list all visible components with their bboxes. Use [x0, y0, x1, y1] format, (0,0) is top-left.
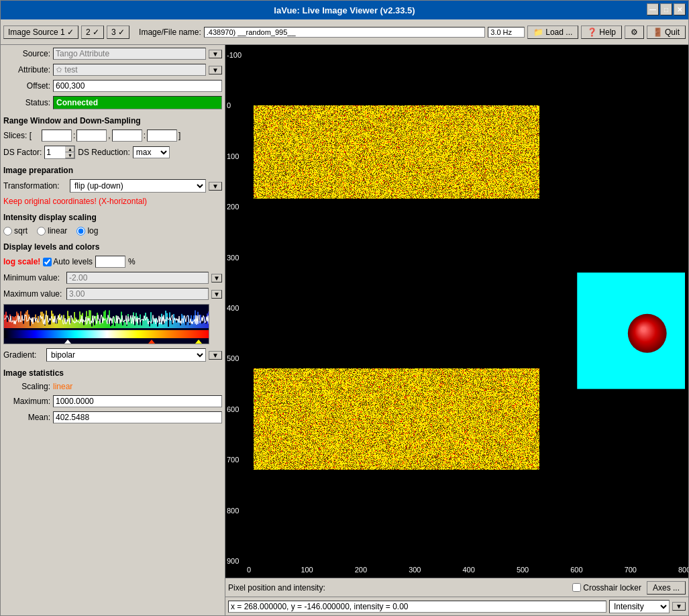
slice-input-4[interactable] [147, 130, 177, 142]
status-row: Status: Connected [3, 96, 222, 109]
crosshair-locker-label[interactable]: Crosshair locker [572, 583, 641, 593]
attribute-row: Attribute: ▼ [3, 64, 222, 76]
source-row: Source: ▼ [3, 48, 222, 60]
pixel-position-label: Pixel position and intensity: [228, 583, 325, 593]
source-input[interactable] [53, 48, 206, 60]
ds-spin-down-button[interactable]: ▼ [65, 152, 74, 158]
status-bar: Pixel position and intensity: Crosshair … [225, 578, 688, 597]
maximize-button[interactable]: □ [660, 3, 672, 15]
min-label: Minimum value: [3, 273, 64, 283]
log-radio[interactable] [76, 227, 85, 236]
titlebar: laVue: Live Image Viewer (v2.33.5) — □ ✕ [1, 1, 688, 19]
source-buttons: Image Source 1 ✓ 2 ✓ 3 ✓ [3, 25, 129, 39]
levels-row: log scale! Auto levels % [3, 256, 222, 268]
settings-button[interactable]: ⚙ [625, 25, 644, 39]
crosshair-locker-checkbox[interactable] [572, 583, 581, 592]
scaling-row: Scaling: linear [3, 382, 222, 391]
mean-input[interactable] [53, 411, 222, 423]
help-button[interactable]: ❓ Help [581, 25, 622, 39]
source-label: Source: [3, 49, 50, 58]
maximum-row: Maximum: [3, 395, 222, 407]
linear-radio[interactable] [37, 227, 46, 236]
ds-factor-label: DS Factor: [3, 148, 42, 157]
help-icon: ❓ [587, 28, 597, 37]
hz-field[interactable] [488, 27, 525, 38]
scaling-label: Scaling: [3, 382, 50, 391]
quit-button[interactable]: 🚪 Quit [647, 25, 686, 39]
intensity-section-title: Intensity display scaling [3, 213, 222, 222]
log-scale-label: log scale! [3, 257, 40, 266]
scaling-value: linear [53, 382, 72, 391]
attribute-input[interactable] [53, 64, 206, 76]
image-canvas[interactable] [225, 45, 688, 578]
offset-label: Offset: [3, 81, 50, 91]
warning-text: Keep original coordinates! (X-horizontal… [3, 197, 222, 206]
filename-field[interactable] [204, 27, 485, 38]
transform-select[interactable]: flip (up-down) none flip (left-right) ro… [70, 179, 206, 193]
image-source-1-button[interactable]: Image Source 1 ✓ [3, 25, 78, 39]
attribute-label: Attribute: [3, 65, 50, 74]
mean-row: Mean: [3, 411, 222, 423]
max-slider-button[interactable]: ▼ [211, 290, 222, 299]
ds-reduction-label: DS Reduction: [78, 148, 129, 157]
main-window: laVue: Live Image Viewer (v2.33.5) — □ ✕… [0, 0, 689, 616]
slice-input-3[interactable] [112, 130, 142, 142]
offset-input[interactable] [53, 80, 222, 92]
coords-bar: Intensity ▼ [225, 597, 688, 615]
radio-row: sqrt linear log [3, 226, 222, 236]
maximum-input[interactable] [53, 395, 222, 407]
attribute-dropdown-button[interactable]: ▼ [209, 66, 222, 74]
ds-reduction-select[interactable]: max min mean [133, 146, 170, 158]
transform-row: Transformation: flip (up-down) none flip… [3, 179, 222, 193]
quit-icon: 🚪 [653, 28, 663, 37]
axes-button[interactable]: Axes ... [647, 581, 686, 595]
auto-levels-label[interactable]: Auto levels [43, 257, 93, 266]
max-value-row: Maximum value: ▼ [3, 288, 222, 300]
auto-levels-checkbox[interactable] [43, 258, 52, 266]
main-image-display [225, 45, 688, 578]
image-source-3-button[interactable]: 3 ✓ [107, 25, 129, 39]
window-controls: — □ ✕ [647, 3, 686, 15]
min-value-input[interactable] [66, 272, 209, 284]
gradient-dropdown-button[interactable]: ▼ [209, 351, 222, 360]
folder-icon: 📁 [533, 28, 543, 37]
transform-dropdown-button[interactable]: ▼ [209, 182, 222, 191]
minimize-button[interactable]: — [647, 3, 659, 15]
linear-radio-label[interactable]: linear [37, 226, 67, 236]
percent-input[interactable] [95, 256, 125, 268]
intensity-dropdown-button[interactable]: ▼ [672, 602, 686, 611]
min-slider-button[interactable]: ▼ [211, 274, 222, 283]
max-value-input[interactable] [66, 288, 209, 300]
intensity-select[interactable]: Intensity [609, 600, 670, 613]
slice-input-1[interactable] [42, 130, 72, 142]
offset-row: Offset: [3, 80, 222, 92]
slices-label: Slices: [ [3, 131, 40, 140]
mean-label: Mean: [3, 413, 50, 422]
gradient-select[interactable]: bipolar gray hot cold spectrum [46, 348, 206, 362]
ds-row: DS Factor: ▲ ▼ DS Reduction: max min mea… [3, 146, 222, 159]
ds-spin-up-button[interactable]: ▲ [65, 146, 74, 152]
gradient-row: Gradient: bipolar gray hot cold spectrum… [3, 348, 222, 362]
stats-section-title: Image statistics [3, 368, 222, 378]
filename-label: Image/File name: [139, 28, 201, 37]
histogram-display [4, 305, 209, 344]
range-section-title: Range Window and Down-Sampling [3, 116, 222, 125]
coords-input[interactable] [228, 601, 606, 613]
slice-input-2[interactable] [76, 130, 107, 142]
sqrt-radio[interactable] [3, 227, 12, 236]
image-source-2-button[interactable]: 2 ✓ [81, 25, 104, 39]
close-button[interactable]: ✕ [674, 3, 686, 15]
load-button[interactable]: 📁 Load ... [527, 25, 578, 39]
maximum-label: Maximum: [3, 397, 50, 406]
log-radio-label[interactable]: log [76, 226, 98, 236]
sqrt-radio-label[interactable]: sqrt [3, 226, 28, 236]
ds-factor-input[interactable] [45, 147, 65, 158]
slices-row: Slices: [ : , : ] [3, 130, 222, 142]
source-dropdown-button[interactable]: ▼ [209, 50, 222, 58]
max-label: Maximum value: [3, 289, 64, 299]
display-section-title: Display levels and colors [3, 242, 222, 252]
status-label: Status: [3, 98, 50, 107]
transform-label: Transformation: [3, 181, 67, 191]
window-title: laVue: Live Image Viewer (v2.33.5) [274, 5, 415, 15]
ds-factor-spinner: ▲ ▼ [44, 146, 75, 159]
